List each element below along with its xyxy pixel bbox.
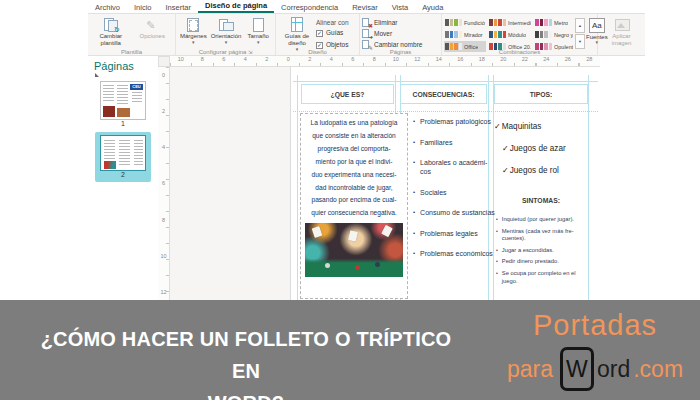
column1-text-box[interactable]: La ludopatía es una patología que consis… — [300, 113, 408, 299]
group-label-diseno: Diseño — [276, 49, 359, 55]
color-scheme-mirador[interactable]: Mirador — [444, 29, 486, 40]
orientacion-button[interactable]: Orientación ▾ — [209, 16, 244, 45]
apply-image-icon — [614, 17, 630, 32]
symptoms-list-box[interactable]: •Inquietud (por querer jugar). •Mentiras… — [496, 216, 588, 285]
thumbnail-photo — [104, 161, 116, 169]
tab-revisar[interactable]: Revisar — [345, 2, 384, 13]
tab-inicio[interactable]: Inicio — [127, 2, 159, 13]
checkbox-guias[interactable]: ✓ Guías — [316, 28, 349, 38]
list-item: •Problemas legales — [413, 229, 497, 238]
tab-ayuda[interactable]: Ayuda — [415, 2, 450, 13]
list-item: •Mentiras (cada vez más fre- cuentes). — [496, 228, 588, 243]
group-combinaciones: Fundición Intermedio Metro Mirador Módul… — [442, 14, 598, 55]
scheme-swatch — [535, 31, 552, 38]
options-pencil-icon: ✎ — [144, 17, 160, 32]
ribbon: ↻ Cambiar plantilla ✎ Opciones Plantilla — [88, 14, 645, 56]
column3-checklist-box[interactable]: ✓Maquinitas ✓Juegos de azar ✓Juegos de r… — [494, 122, 588, 188]
bottom-banner: ¿CÓMO HACER UN FOLLETO O TRÍPTICO EN WOR… — [0, 300, 700, 400]
vertical-ruler-column: 02 46 810 12 — [158, 56, 170, 301]
list-item: •Laborales o académi- cos — [413, 158, 497, 176]
vertical-ruler: 02 46 810 12 — [158, 67, 170, 301]
logo-w-document-icon: W — [560, 347, 594, 391]
ribbon-tab-bar: Archivo Inicio Insertar Diseño de página… — [88, 0, 645, 14]
screenshot-stage: Archivo Inicio Insertar Diseño de página… — [0, 0, 700, 400]
page-thumbnail-2-selected[interactable]: 2 — [88, 132, 158, 182]
color-scheme-intermedio[interactable]: Intermedio — [488, 17, 532, 28]
group-label-plantilla: Plantilla — [88, 49, 175, 55]
page-2-number: 2 — [95, 171, 151, 178]
scroll-up-icon[interactable]: ▲ — [575, 18, 585, 33]
color-scheme-metro[interactable]: Metro — [534, 17, 574, 28]
list-item: •Problemas económicos — [413, 249, 497, 258]
color-scheme-fundicion[interactable]: Fundición — [444, 17, 486, 28]
column3-header-box[interactable]: TIPOS: — [494, 84, 588, 104]
brochure-page[interactable]: ¿QUE ES? CONSECUENCIAS: TIPOS: La ludopa… — [290, 67, 600, 301]
logo-com-text: .com — [633, 356, 683, 383]
page-thumbnail-1[interactable]: CEU 1 — [88, 81, 158, 127]
tamano-button[interactable]: Tamaño ▾ — [243, 16, 273, 45]
casino-photo — [305, 223, 403, 277]
scheme-swatch — [445, 19, 462, 26]
scroll-down-icon[interactable]: ▼ — [575, 34, 585, 49]
scheme-gallery-scroll: ▲ ▼ — [575, 18, 585, 49]
group-label-configurar: Configurar página ⇲ — [176, 49, 275, 55]
dropdown-arrow-icon: ▾ — [225, 40, 228, 44]
checkmark-icon: ✓ — [494, 122, 501, 131]
opciones-button[interactable]: ✎ Opciones — [132, 16, 174, 41]
list-item: •Consumo de sustancias — [413, 208, 497, 217]
document-canvas: ¿QUE ES? CONSECUENCIAS: TIPOS: La ludopa… — [170, 67, 600, 301]
aplicar-imagen-button[interactable]: Aplicar imagen — [600, 16, 643, 48]
logo-ord-text: ord — [597, 356, 630, 383]
color-scheme-modulo[interactable]: Módulo — [488, 29, 532, 40]
poker-chip — [375, 262, 380, 267]
pages-panel-title: Páginas — [94, 60, 158, 72]
canvas-column: 108 64 20 24 68 1012 1416 1820 2224 2628 — [170, 56, 600, 301]
margenes-button[interactable]: Márgenes ▾ — [178, 16, 209, 45]
poker-chip — [325, 263, 330, 268]
playing-card — [381, 225, 393, 238]
checkbox-checked-icon: ✓ — [316, 30, 323, 37]
margins-icon — [185, 17, 201, 32]
margin-guide — [588, 75, 589, 301]
checkmark-icon: ✓ — [502, 166, 509, 175]
collapse-triangle-icon[interactable] — [95, 73, 99, 77]
column2-list-box[interactable]: •Problemas patológicos •Familiares •Labo… — [413, 117, 497, 258]
group-label-combinaciones: Combinaciones — [442, 49, 597, 55]
scheme-swatch — [445, 31, 462, 38]
dropdown-arrow-icon: ▾ — [257, 40, 260, 44]
mover-button[interactable]: ➔ Mover — [362, 28, 392, 39]
checkbox-checked-icon: ✓ — [316, 42, 323, 49]
logo-para-text: para — [507, 356, 553, 383]
tab-insertar[interactable]: Insertar — [159, 2, 198, 13]
sintomas-header: SINTOMAS: — [494, 197, 588, 204]
tab-archivo[interactable]: Archivo — [88, 2, 127, 13]
group-paginas: ✖ Eliminar ➔ Mover ✎ Cambiar nombre Pági… — [360, 14, 442, 55]
guias-de-diseno-button[interactable]: Guías de diseño ▾ — [278, 16, 316, 52]
check-item: ✓Juegos de rol — [502, 166, 588, 175]
logo-second-line: para W ord .com — [495, 347, 695, 391]
column1-header-box[interactable]: ¿QUE ES? — [301, 84, 394, 104]
thumbnail-photo — [117, 108, 130, 117]
tab-vista[interactable]: Vista — [385, 2, 416, 13]
align-options: Alinear con ✓ Guías ✓ Objetos — [316, 16, 349, 50]
column2-header-box[interactable]: CONSECUENCIAS: — [400, 84, 487, 104]
ludopatia-paragraph: La ludopatía es una patología que consis… — [303, 117, 405, 220]
cambiar-plantilla-button[interactable]: ↻ Cambiar plantilla — [90, 16, 132, 48]
scheme-swatch — [535, 19, 552, 26]
thumbnail-photo — [103, 106, 115, 117]
color-scheme-negro-y[interactable]: Negro y ... — [534, 29, 574, 40]
page-size-icon — [250, 17, 266, 32]
thumbnail-selection-highlight: 2 — [95, 132, 151, 182]
workspace: Páginas CEU 1 — [88, 56, 645, 301]
list-item: •Sociales — [413, 188, 497, 197]
color-scheme-gallery: Fundición Intermedio Metro Mirador Módul… — [444, 17, 574, 52]
checkmark-icon: ✓ — [502, 144, 509, 153]
tab-correspondencia[interactable]: Correspondencia — [274, 2, 345, 13]
tab-diseno-de-pagina[interactable]: Diseño de página — [198, 0, 274, 13]
dialog-launcher-icon[interactable]: ⇲ — [248, 49, 252, 55]
delete-page-icon: ✖ — [362, 18, 371, 28]
dropdown-arrow-icon: ▾ — [192, 40, 195, 44]
list-item: •Se ocupa por completo en el juego. — [496, 270, 588, 285]
eliminar-button[interactable]: ✖ Eliminar — [362, 17, 397, 28]
thumbnail-page-2-preview — [100, 135, 146, 171]
